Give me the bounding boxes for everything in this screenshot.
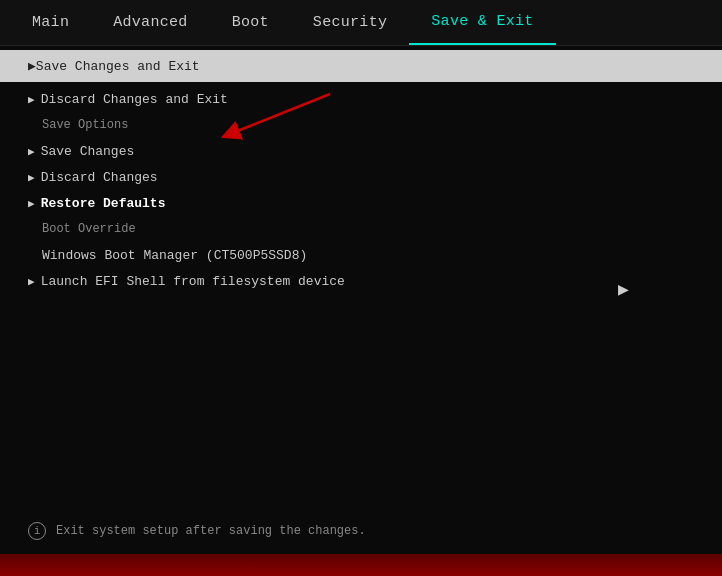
selected-arrow-icon: ▶: [28, 58, 36, 74]
nav-item-main[interactable]: Main: [10, 0, 91, 45]
selected-menu-item[interactable]: ▶ Save Changes and Exit: [0, 50, 722, 82]
menu-item-discard-changes-exit[interactable]: ▶ Discard Changes and Exit: [0, 86, 722, 112]
selected-item-label: Save Changes and Exit: [36, 59, 200, 74]
nav-item-save-exit[interactable]: Save & Exit: [409, 0, 555, 45]
arrow-icon-discard-exit: ▶: [28, 93, 35, 106]
menu-item-label: Restore Defaults: [41, 196, 166, 211]
arrow-icon-save-changes: ▶: [28, 145, 35, 158]
menu-item-save-changes[interactable]: ▶ Save Changes: [0, 138, 722, 164]
menu-item-label: Launch EFI Shell from filesystem device: [41, 274, 345, 289]
nav-bar: Main Advanced Boot Security Save & Exit: [0, 0, 722, 46]
info-text: Exit system setup after saving the chang…: [56, 524, 366, 538]
menu-item-launch-efi[interactable]: ▶ Launch EFI Shell from filesystem devic…: [0, 268, 722, 294]
arrow-icon-restore-defaults: ▶: [28, 197, 35, 210]
info-icon: i: [28, 522, 46, 540]
menu-item-windows-boot-manager[interactable]: Windows Boot Manager (CT500P5SSD8): [0, 242, 722, 268]
menu-section-boot-override: Boot Override: [0, 216, 722, 242]
bottom-info-bar: i Exit system setup after saving the cha…: [0, 514, 722, 548]
arrow-icon-launch-efi: ▶: [28, 275, 35, 288]
arrow-icon-discard-changes: ▶: [28, 171, 35, 184]
section-label-boot-override: Boot Override: [42, 222, 136, 236]
bottom-red-bar: [0, 554, 722, 576]
nav-item-advanced[interactable]: Advanced: [91, 0, 209, 45]
menu-item-restore-defaults[interactable]: ▶ Restore Defaults: [0, 190, 722, 216]
content-area: ▶ Save Changes and Exit ▶ Discard Change…: [0, 50, 722, 298]
nav-item-boot[interactable]: Boot: [210, 0, 291, 45]
menu-item-label: Save Changes: [41, 144, 135, 159]
menu-item-label: Discard Changes and Exit: [41, 92, 228, 107]
section-label-save-options: Save Options: [42, 118, 128, 132]
menu-section: ▶ Discard Changes and Exit Save Options …: [0, 82, 722, 298]
nav-item-security[interactable]: Security: [291, 0, 409, 45]
menu-section-save-options: Save Options: [0, 112, 722, 138]
menu-item-label: Discard Changes: [41, 170, 158, 185]
menu-item-discard-changes[interactable]: ▶ Discard Changes: [0, 164, 722, 190]
menu-item-label: Windows Boot Manager (CT500P5SSD8): [42, 248, 307, 263]
